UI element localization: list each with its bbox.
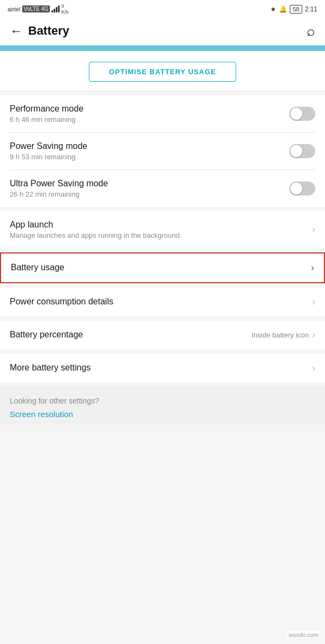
alarm-icon: 🔔 xyxy=(279,5,287,13)
performance-mode-subtitle: 6 h 46 min remaining xyxy=(10,115,289,123)
battery-usage-title: Battery usage xyxy=(11,263,311,272)
performance-mode-item[interactable]: Performance mode 6 h 46 min remaining xyxy=(0,95,325,132)
power-consumption-section: Power consumption details › xyxy=(0,288,325,316)
page-title: Battery xyxy=(28,24,69,38)
performance-mode-title: Performance mode xyxy=(10,104,289,114)
more-battery-settings-section: More battery settings › xyxy=(0,354,325,382)
battery-usage-section: Battery usage › xyxy=(0,252,325,283)
other-settings-prompt: Looking for other settings? xyxy=(10,396,315,405)
ultra-power-saving-mode-subtitle: 26 h 22 min remaining xyxy=(10,190,289,198)
power-consumption-item[interactable]: Power consumption details › xyxy=(0,288,325,316)
signal-bars xyxy=(51,5,60,12)
optimize-section: OPTIMISE BATTERY USAGE xyxy=(0,51,325,91)
power-saving-mode-toggle[interactable] xyxy=(289,144,315,158)
battery-percentage-section: Battery percentage Inside battery icon › xyxy=(0,321,325,349)
search-button[interactable]: ⌕ xyxy=(307,23,315,40)
app-launch-section: App launch Manage launches and apps runn… xyxy=(0,211,325,248)
app-launch-chevron: › xyxy=(312,224,315,235)
battery-percentage-title: Battery percentage xyxy=(10,330,251,340)
ultra-power-saving-mode-toggle[interactable] xyxy=(289,181,315,196)
power-saving-mode-subtitle: 9 h 53 min remaining xyxy=(10,153,289,161)
power-saving-mode-item[interactable]: Power Saving mode 9 h 53 min remaining xyxy=(0,133,325,170)
battery-icon: 58 xyxy=(290,5,302,14)
status-right: ★ 🔔 58 2:11 xyxy=(270,5,317,14)
battery-percentage-item[interactable]: Battery percentage Inside battery icon › xyxy=(0,321,325,349)
accent-bar xyxy=(0,45,325,51)
power-consumption-chevron: › xyxy=(312,296,315,308)
bluetooth-icon: ★ xyxy=(270,5,276,13)
carrier-label: airtel xyxy=(8,6,21,12)
speed-label: 0 K/s xyxy=(61,3,68,15)
time-label: 2:11 xyxy=(305,5,317,13)
app-bar: ← Battery ⌕ xyxy=(0,17,325,45)
battery-percentage-value: Inside battery icon xyxy=(251,331,309,339)
power-consumption-title: Power consumption details xyxy=(10,297,312,307)
battery-usage-item[interactable]: Battery usage › xyxy=(0,252,325,283)
network-type-label: VoLTE 4G xyxy=(22,5,50,12)
battery-percentage-chevron: › xyxy=(312,329,315,341)
performance-mode-toggle[interactable] xyxy=(289,107,315,121)
app-launch-item[interactable]: App launch Manage launches and apps runn… xyxy=(0,211,325,248)
ultra-power-saving-mode-item[interactable]: Ultra Power Saving mode 26 h 22 min rema… xyxy=(0,170,325,207)
app-launch-title: App launch xyxy=(10,220,312,230)
optimize-battery-button[interactable]: OPTIMISE BATTERY USAGE xyxy=(89,62,236,82)
watermark: wsxdn.com xyxy=(287,631,321,639)
status-bar: airtel VoLTE 4G 0 K/s ★ 🔔 58 2:11 xyxy=(0,0,325,17)
power-saving-mode-title: Power Saving mode xyxy=(10,141,289,151)
app-launch-subtitle: Manage launches and apps running in the … xyxy=(10,231,312,239)
back-button[interactable]: ← xyxy=(10,23,23,38)
more-battery-settings-chevron: › xyxy=(312,362,315,374)
more-battery-settings-item[interactable]: More battery settings › xyxy=(0,354,325,382)
ultra-power-saving-mode-title: Ultra Power Saving mode xyxy=(10,179,289,188)
more-battery-settings-title: More battery settings xyxy=(10,363,312,373)
battery-usage-chevron: › xyxy=(311,262,314,274)
other-settings-section: Looking for other settings? Screen resol… xyxy=(0,387,325,424)
app-bar-left: ← Battery xyxy=(10,23,69,38)
status-left: airtel VoLTE 4G 0 K/s xyxy=(8,3,68,15)
power-modes-section: Performance mode 6 h 46 min remaining Po… xyxy=(0,95,325,207)
screen-resolution-link[interactable]: Screen resolution xyxy=(10,409,315,419)
